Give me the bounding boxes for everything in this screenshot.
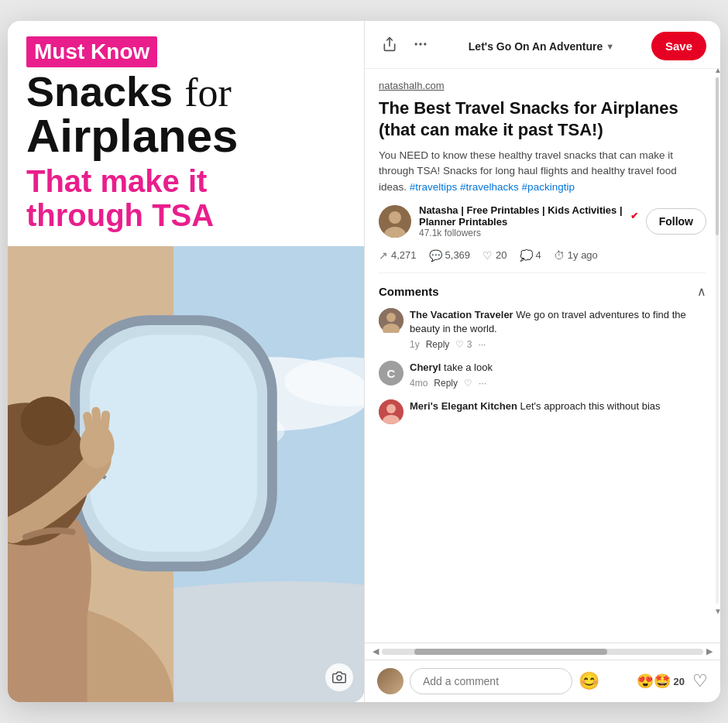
comment-item: The Vacation Traveler We go on travel ad… [379,308,706,350]
replies-count: 4 [536,249,541,261]
svg-point-14 [337,676,342,680]
source-link[interactable]: natashalh.com [379,80,706,91]
scroll-track[interactable] [382,649,703,655]
more-options-icon[interactable] [410,33,431,59]
verified-icon: ✔ [630,211,638,221]
bottom-right: 😍🤩 20 ♡ [637,671,708,691]
airplane-window-scene [8,246,364,702]
comments-title: Comments [379,285,439,298]
svg-point-9 [21,396,75,446]
like-button[interactable]: ♡ [692,671,708,691]
replies-stat: 💭 4 [520,249,541,262]
author-info: Natasha | Free Printables | Kids Activit… [419,204,638,238]
tagline-text: That make it through TSA [26,164,345,232]
hashtags[interactable]: #traveltips #travelhacks #packingtip [410,181,575,193]
comment-content: Let's approach this without bias [520,400,661,412]
svg-point-20 [389,211,401,224]
comment-icon: 💬 [429,249,442,262]
saves-stat: ↗ 4,271 [379,249,417,262]
svg-point-10 [80,423,115,468]
time-ago: 1y ago [568,249,598,261]
clock-icon: ⏱ [554,249,565,262]
svg-rect-6 [90,335,257,552]
saves-count: 4,271 [391,249,417,261]
board-name: Let's Go On An Adventure [469,40,603,53]
scroll-down-arrow[interactable]: ▼ [714,605,720,617]
svg-point-26 [386,404,396,413]
author-name-text: Natasha | Free Printables | Kids Activit… [419,204,627,228]
pin-photo [8,246,364,702]
comments-stat: 💬 5,369 [429,249,471,262]
comment-time: 4mo [410,378,428,389]
commenter-avatar-cheryl[interactable]: C [379,361,403,385]
chevron-down-icon: ▼ [606,42,614,51]
v-scroll-thumb [716,77,719,235]
comment-heart-icon[interactable]: ♡ [464,378,472,389]
comment-more-icon[interactable]: ··· [479,378,486,389]
horizontal-scrollbar[interactable]: ◀ ▶ [365,642,720,660]
svg-point-18 [424,43,426,45]
board-selector[interactable]: Let's Go On An Adventure ▼ [469,40,614,53]
pin-text-section: Must Know Snacks for Airplanes That make… [8,21,364,246]
comment-author: Cheryl [410,362,441,373]
svg-point-17 [419,43,421,45]
author-row: Natasha | Free Printables | Kids Activit… [379,204,706,238]
commenter-avatar-meri[interactable] [379,399,403,424]
likes-stat: ♡ 20 [482,249,507,262]
snacks-text: Snacks for [26,68,232,115]
share-icon[interactable] [379,33,400,59]
comment-content: take a look [444,362,493,373]
user-avatar [377,668,403,694]
comments-header: Comments ∧ [379,284,706,299]
scroll-left-arrow[interactable]: ◀ [373,646,379,656]
saves-icon: ↗ [379,249,388,262]
comment-heart-icon[interactable]: ♡ 3 [455,339,472,350]
v-scroll-track[interactable] [716,77,719,604]
collapse-comments-icon[interactable]: ∧ [697,284,706,299]
pin-description: You NEED to know these healthy travel sn… [379,148,706,195]
scroll-thumb [414,649,607,655]
pin-title: The Best Travel Snacks for Airplanes (th… [379,98,706,140]
comment-text: The Vacation Traveler We go on travel ad… [410,308,706,336]
save-button[interactable]: Save [651,32,706,60]
comment-body: Meri's Elegant Kitchen Let's approach th… [410,399,706,424]
svg-line-13 [105,415,106,427]
comment-item: C Cheryl take a look 4mo Reply ♡ ··· [379,361,706,389]
reaction-emoji-icons: 😍🤩 [637,673,671,690]
author-followers: 47.1k followers [419,228,638,238]
comment-author: The Vacation Traveler [410,309,513,320]
comment-meta: 4mo Reply ♡ ··· [410,378,706,389]
author-avatar[interactable] [379,205,411,238]
pin-details-panel: Let's Go On An Adventure ▼ Save natashal… [364,21,720,702]
comments-stat-count: 5,369 [445,249,471,261]
scroll-up-arrow[interactable]: ▲ [714,64,720,76]
reply-button[interactable]: Reply [434,378,458,389]
comment-body: The Vacation Traveler We go on travel ad… [410,308,706,350]
commenter-avatar-vacation[interactable] [379,308,403,333]
stats-row: ↗ 4,271 💬 5,369 ♡ 20 💭 4 ⏱ 1y ago [379,249,706,273]
comments-section: Comments ∧ The Vacation Travele [379,284,706,425]
comment-input[interactable] [410,668,572,694]
panel-header: Let's Go On An Adventure ▼ Save [365,21,720,69]
bottom-bar: 😊 😍🤩 20 ♡ [365,660,720,702]
airplanes-text: Airplanes [26,113,345,159]
svg-line-12 [96,411,98,425]
comment-text: Cheryl take a look [410,361,706,375]
panel-content[interactable]: natashalh.com The Best Travel Snacks for… [365,69,720,642]
vertical-scrollbar[interactable]: ▲ ▼ [714,64,720,617]
svg-line-11 [88,416,90,429]
comment-meta: 1y Reply ♡ 3 ··· [410,339,706,350]
emoji-button[interactable]: 😊 [579,671,599,691]
reply-stat-icon: 💭 [520,249,533,262]
comment-text: Meri's Elegant Kitchen Let's approach th… [410,399,706,413]
reactions-number: 20 [674,676,685,687]
heart-stat-icon: ♡ [482,249,493,262]
reactions-count: 😍🤩 20 [637,673,685,690]
reply-button[interactable]: Reply [426,339,450,350]
comment-more-icon[interactable]: ··· [478,339,486,350]
pin-image-panel: Must Know Snacks for Airplanes That make… [8,21,364,702]
camera-icon[interactable] [325,663,353,691]
scroll-right-arrow[interactable]: ▶ [706,646,713,656]
must-know-badge: Must Know [26,36,157,67]
follow-button[interactable]: Follow [646,208,706,235]
